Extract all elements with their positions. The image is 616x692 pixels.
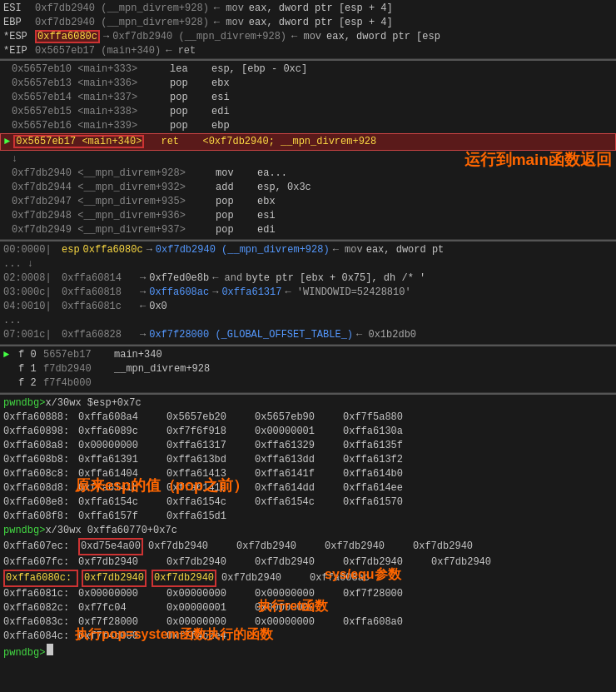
reg-ebp-label: EBP <box>3 16 35 30</box>
disasm-line-2: 0x5657eb14 <main+337> pop esi <box>0 91 616 105</box>
reg-esp-target: 0xf7db2940 (__mpn_divrem+928) <box>112 30 286 44</box>
stack-arrow1-4: ← <box>140 300 146 314</box>
disasm-addr-9: 0xf7db2947 <__mpn_divrem+935> <box>12 195 216 209</box>
mem2-val-0-0: 0xd75e4a00 <box>78 538 143 555</box>
mem-val-0-2: 0x5657eb90 <box>255 411 338 425</box>
stack-addr-7: 0xffa60828 <box>62 328 137 342</box>
mem2-addr-5: 0xffa6083c: <box>3 615 78 630</box>
stack-section: 00:0000| esp 0xffa6080c → 0xf7db2940 (__… <box>0 241 616 345</box>
disasm-ops-4: ebp <box>211 119 230 133</box>
reg-esi-line: ESI 0xf7db2940 (__mpn_divrem+928) ← mov … <box>0 2 616 16</box>
mem-addr-2: 0xffa608a8: <box>3 439 78 453</box>
mem2-esp-addr: 0xffa6080c: <box>3 570 78 587</box>
mem2-val-1-4: 0xf7db2940 <box>431 555 514 570</box>
mem2-val-1-0: 0xf7db2940 <box>78 555 161 570</box>
stack-line-dots: ... ↓ <box>0 257 616 271</box>
reg-esp-arrow2: ← mov <box>291 30 321 44</box>
cmd-1: x/30wx $esp+0x7c <box>45 396 141 411</box>
mem-val-5-2: 0xffa614dd <box>255 481 338 495</box>
mem-prompt-1: pwndbg> x/30wx $esp+0x7c <box>0 396 616 411</box>
stack-arrow2-2: ← and <box>212 271 242 286</box>
reg-ebp-instr: eax, dword ptr [esp + 4] <box>249 16 393 30</box>
mem-prompt-2: pwndbg> x/30wx 0xffa60770+0x7c <box>0 524 616 538</box>
mem2-row-6: 0xffa6084c: 0xf7f4b000 0xf7f4b2e4 执行pop=… <box>0 630 616 644</box>
stack-arrow2-3: → <box>212 286 218 300</box>
reg-esp-line: *ESP 0xffa6080c → 0xf7db2940 (__mpn_divr… <box>0 30 616 44</box>
mem-val-2-3: 0xffa6135f <box>343 439 426 453</box>
mem-val-6-0: 0xffa6154c <box>78 495 161 510</box>
stack-line-0: 00:0000| esp 0xffa6080c → 0xf7db2940 (__… <box>0 243 616 257</box>
disasm-ops-7: ea... <box>257 167 287 181</box>
mem-addr-7: 0xffa608f8: <box>3 510 78 524</box>
stack-arrow2-0: ← mov <box>333 243 363 257</box>
mem2-val-3-3: 0xf7f28000 <box>343 587 426 601</box>
mem-val-7-0: 0xffa6157f <box>78 510 161 524</box>
disasm-line-9: 0xf7db2947 <__mpn_divrem+935> pop ebx <box>0 195 616 209</box>
mem2-val-0-1: 0xf7db2940 <box>148 540 231 554</box>
mem-row-3: 0xffa608b8: 0xffa61391 0xffa613bd 0xffa6… <box>0 453 616 467</box>
bt-idx-2: f 2 <box>18 376 43 391</box>
mem-val-2-2: 0xffa61329 <box>255 439 338 453</box>
disasm-addr-8: 0xf7db2944 <__mpn_divrem+932> <box>12 181 216 195</box>
stack-addr-3: 0xffa60818 <box>62 286 137 300</box>
mem-row-6: 0xffa608e8: 0xffa6154c 0xffa6154c 0xffa6… <box>0 495 616 510</box>
reg-eip-line: *EIP 0x5657eb17 (main+340) ← ret <box>0 44 616 58</box>
reg-esi-arrow: ← mov <box>214 2 244 16</box>
mem-addr-1: 0xffa60898: <box>3 425 78 439</box>
stack-dots: ... ↓ <box>3 257 62 271</box>
mem-val-1-2: 0x00000001 <box>255 425 338 439</box>
mem-val-0-3: 0xf7f5a880 <box>343 411 426 425</box>
disasm-ops-8: esp, 0x3c <box>257 181 311 195</box>
disasm-arrow-5: ► <box>4 135 10 149</box>
stack-val1-4: 0x0 <box>149 300 167 314</box>
disasm-mnem-1: pop <box>170 77 211 91</box>
reg-eip-value: 0x5657eb17 (main+340) <box>35 44 161 58</box>
mem-val-0-1: 0x5657eb20 <box>166 411 250 425</box>
mem2-val-0-3: 0xf7db2940 <box>325 540 408 554</box>
disasm-ops-11: edi <box>257 223 276 237</box>
disasm-addr-10: 0xf7db2948 <__mpn_divrem+936> <box>12 209 216 223</box>
stack-reg-0: esp <box>62 243 80 257</box>
disasm-mnem-5: ret <box>161 135 202 149</box>
disasm-ops-10: esi <box>257 209 276 223</box>
disasm-mnem-2: pop <box>170 91 211 105</box>
mem-row-0: 0xffa60888: 0xffa608a4 0x5657eb20 0x5657… <box>0 411 616 425</box>
mem-val-1-1: 0xf7f6f918 <box>166 425 250 439</box>
disasm-mnem-8: add <box>216 181 257 195</box>
bt-line-1: f 1 f7db2940 __mpn_divrem+928 <box>0 362 616 376</box>
stack-addr-2: 0xffa60814 <box>62 271 137 286</box>
stack-line-4: 04:0010| 0xffa6081c ← 0x0 <box>0 300 616 314</box>
stack-arrow1-0: → <box>147 243 152 257</box>
mem2-val-2-0-box: 0xf7db2940 <box>82 570 147 587</box>
mem2-val-4-1: 0x00000001 <box>166 601 250 615</box>
disasm-addr-3: 0x5657eb15 <main+338> <box>12 105 170 119</box>
mem-val-3-3: 0xffa613f2 <box>343 453 426 467</box>
reg-esi-instr: eax, dword ptr [esp + 4] <box>249 2 393 16</box>
disasm-line-11: 0xf7db2949 <__mpn_divrem+937> pop edi <box>0 223 616 237</box>
reg-esi-label: ESI <box>3 2 35 16</box>
mem-val-1-0: 0xffa6089c <box>78 425 161 439</box>
mem-val-3-0: 0xffa61391 <box>78 453 161 467</box>
stack-dots2: ... <box>3 314 62 328</box>
disasm-addr-11: 0xf7db2949 <__mpn_divrem+937> <box>12 223 216 237</box>
mem2-val-2-2: 0xf7db2940 <box>221 571 305 585</box>
mem-addr-4: 0xffa608c8: <box>3 467 78 481</box>
stack-addr-0: 0xffa6080c <box>83 243 143 257</box>
mem-val-6-1: 0xffa6154c <box>166 495 250 510</box>
mem2-addr-4: 0xffa6082c: <box>3 601 78 615</box>
stack-arrow1-7: → <box>140 328 146 342</box>
disasm-line-5-highlighted: ► 0x5657eb17 <main+340> ret <0xf7db2940;… <box>0 133 616 151</box>
reg-eip-label: *EIP <box>3 44 35 58</box>
register-section: ESI 0xf7db2940 (__mpn_divrem+928) ← mov … <box>0 0 616 59</box>
disasm-mnem-4: pop <box>170 119 211 133</box>
mem-addr-5: 0xffa608d8: <box>3 481 78 495</box>
mem-addr-6: 0xffa608e8: <box>3 495 78 510</box>
stack-line-3: 03:000c| 0xffa60818 → 0xffa608ac → 0xffa… <box>0 286 616 300</box>
mem-val-6-2: 0xffa6154c <box>255 495 338 510</box>
mem2-row-4: 0xffa6082c: 0xf7fc04 0x00000001 0x000000… <box>0 601 616 615</box>
mem-addr-3: 0xffa608b8: <box>3 453 78 467</box>
disasm-line-10: 0xf7db2948 <__mpn_divrem+936> pop esi <box>0 209 616 223</box>
disasm-mnem-10: pop <box>216 209 257 223</box>
bt-arrow-0: ► <box>3 348 18 362</box>
mem-val-0-0: 0xffa608a4 <box>78 411 161 425</box>
